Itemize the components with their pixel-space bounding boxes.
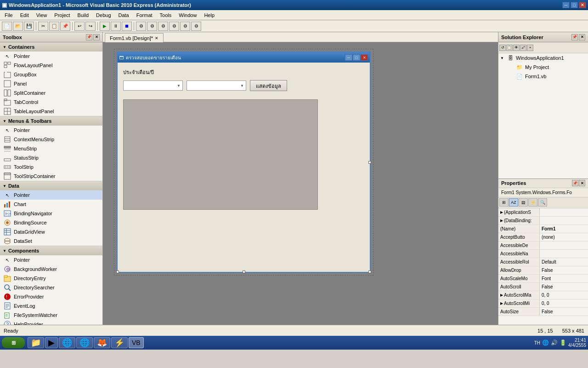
prop-value-autoscroll[interactable]: False <box>540 284 588 289</box>
item-directoryentry[interactable]: DirectoryEntry <box>0 274 102 283</box>
props-sort-category[interactable]: ⊞ <box>499 198 509 207</box>
taskbar-btn-media[interactable]: ▶ <box>45 337 58 348</box>
props-pin[interactable]: 📌 <box>572 180 578 186</box>
menu-edit[interactable]: Edit <box>17 10 33 20</box>
section-data-header[interactable]: ▼ Data <box>0 181 102 190</box>
menu-format[interactable]: Format <box>133 10 156 20</box>
menu-project[interactable]: Project <box>51 10 74 20</box>
tb-misc2[interactable]: ⚙ <box>147 22 157 31</box>
tab-close-icon[interactable]: ✕ <box>155 36 158 40</box>
toolbox-close[interactable]: ✕ <box>93 34 100 40</box>
item-flowlayoutpanel[interactable]: FlowLayoutPanel <box>0 61 102 70</box>
resize-handle-se[interactable] <box>368 270 371 273</box>
taskbar-btn-firefox[interactable]: 🦊 <box>94 337 110 348</box>
prop-value-name[interactable]: Form1 <box>540 226 588 231</box>
se-close[interactable]: ✕ <box>579 34 585 40</box>
tb-misc6[interactable]: ⚙ <box>191 22 201 31</box>
item-menustrip[interactable]: MenuStrip <box>0 144 102 153</box>
prop-value-accessiblerole[interactable]: Default <box>540 259 588 264</box>
item-bindingsource[interactable]: BindingSource <box>0 218 102 227</box>
tb-start[interactable]: ▶ <box>100 22 110 31</box>
tb-misc3[interactable]: ⚙ <box>158 22 168 31</box>
tb-cut[interactable]: ✂ <box>38 22 48 31</box>
item-helpprovider[interactable]: ? HelpProvider <box>0 320 102 325</box>
tb-pause[interactable]: ⏸ <box>111 22 121 31</box>
item-contextmenustrip[interactable]: ContextMenuStrip <box>0 135 102 144</box>
tb-redo[interactable]: ↪ <box>85 22 96 31</box>
close-button[interactable]: ✕ <box>579 2 586 8</box>
item-filesystemwatcher[interactable]: FileSystemWatcher <box>0 310 102 320</box>
item-bindingnavigator[interactable]: ⊳|⊲ BindingNavigator <box>0 209 102 218</box>
tb-new[interactable]: 📄 <box>2 22 12 31</box>
resize-handle-e[interactable] <box>368 161 371 164</box>
tb-misc5[interactable]: ⚙ <box>180 22 190 31</box>
item-toolstripcontainer[interactable]: ToolStripContainer <box>0 172 102 181</box>
tab-form1-design[interactable]: Form1.vb [Design]* ✕ <box>105 33 164 42</box>
item-toolstrip[interactable]: ToolStrip <box>0 162 102 172</box>
se-pin[interactable]: 📌 <box>571 34 578 40</box>
prop-value-autosize[interactable]: False <box>540 309 588 314</box>
menu-file[interactable]: File <box>1 10 17 20</box>
minimize-button[interactable]: ─ <box>562 2 570 8</box>
tb-save[interactable]: 💾 <box>24 22 34 31</box>
item-splitcontainer[interactable]: SplitContainer <box>0 88 102 98</box>
menu-window[interactable]: Window <box>175 10 200 20</box>
tb-copy[interactable]: 📋 <box>49 22 59 31</box>
section-menus-header[interactable]: ▼ Menus & Toolbars <box>0 116 102 126</box>
item-pointer-containers[interactable]: ↖ Pointer <box>0 52 102 61</box>
taskbar-btn-explorer[interactable]: 📁 <box>28 337 44 348</box>
menu-data[interactable]: Data <box>115 10 133 20</box>
se-tb-new[interactable]: + <box>527 45 533 51</box>
show-data-button[interactable]: แสดงข้อมูล <box>250 80 287 91</box>
maximize-button[interactable]: □ <box>571 2 578 8</box>
menu-debug[interactable]: Debug <box>92 10 114 20</box>
prop-value-acceptbutton[interactable]: (none) <box>540 235 588 240</box>
props-sort-alpha[interactable]: AZ <box>509 198 518 207</box>
taskbar-btn-vs[interactable]: VB <box>129 337 144 348</box>
start-button[interactable]: ⊞ <box>2 337 25 348</box>
tree-item-form1[interactable]: 📄 Form1.vb <box>498 72 588 81</box>
item-chart[interactable]: Chart <box>0 200 102 209</box>
props-close-btn[interactable]: ✕ <box>579 180 585 186</box>
item-tabcontrol[interactable]: TabControl <box>0 98 102 107</box>
tb-open[interactable]: 📂 <box>13 22 23 31</box>
prop-expand-applications[interactable]: ▶ <box>500 210 503 214</box>
prop-expand-databinding[interactable]: ▶ <box>500 218 503 223</box>
props-search[interactable]: 🔍 <box>538 198 547 207</box>
se-tb-designer[interactable]: 🖊 <box>520 45 526 51</box>
item-pointer-data[interactable]: ↖ Pointer <box>0 190 102 200</box>
item-pointer-components[interactable]: ↖ Pointer <box>0 255 102 264</box>
menu-view[interactable]: View <box>33 10 51 20</box>
tb-undo[interactable]: ↩ <box>74 22 85 31</box>
resize-handle-s[interactable] <box>243 270 245 273</box>
item-statusstrip[interactable]: StatusStrip <box>0 153 102 162</box>
se-tb-props[interactable]: 📋 <box>506 45 513 51</box>
section-components-header[interactable]: ▼ Components <box>0 246 102 255</box>
toolbox-pin[interactable]: 📌 <box>86 34 92 40</box>
props-show-events[interactable]: ⚡ <box>528 198 537 207</box>
menu-help[interactable]: Help <box>200 10 218 20</box>
form-minimize-btn[interactable]: ─ <box>345 54 352 61</box>
prop-value-allowdrop[interactable]: False <box>540 268 588 273</box>
form-close-btn[interactable]: ✕ <box>361 54 368 61</box>
taskbar-btn-chrome[interactable]: 🌐 <box>59 337 75 348</box>
item-panel[interactable]: Panel <box>0 79 102 88</box>
tree-item-solution[interactable]: ▼ 🗄 WindowsApplication1 <box>498 53 588 63</box>
taskbar-btn-misc[interactable]: ⚡ <box>111 337 128 348</box>
item-pointer-menus[interactable]: ↖ Pointer <box>0 126 102 135</box>
item-backgroundworker[interactable]: ⚙ BackgroundWorker <box>0 264 102 274</box>
tb-paste[interactable]: 📌 <box>60 22 70 31</box>
menu-build[interactable]: Build <box>74 10 92 20</box>
form-year-select[interactable]: ▼ <box>187 80 246 91</box>
tb-misc4[interactable]: ⚙ <box>169 22 179 31</box>
menu-tools[interactable]: Tools <box>156 10 175 20</box>
props-show-props[interactable]: ▤ <box>519 198 528 207</box>
se-tb-view[interactable]: 👁 <box>513 45 520 51</box>
item-tablelayoutpanel[interactable]: TableLayoutPanel <box>0 107 102 116</box>
resize-handle-sw[interactable] <box>116 270 119 273</box>
se-tb-refresh[interactable]: ↺ <box>499 45 506 51</box>
designer-canvas[interactable]: 🗔 ตรวจสอบยอดขายรายเดือน ─ □ ✕ ประจำเดือน… <box>103 42 498 325</box>
tb-misc1[interactable]: ⚙ <box>136 22 146 31</box>
section-containers-header[interactable]: ▼ Containers <box>0 42 102 52</box>
item-groupbox[interactable]: GroupBox <box>0 70 102 79</box>
